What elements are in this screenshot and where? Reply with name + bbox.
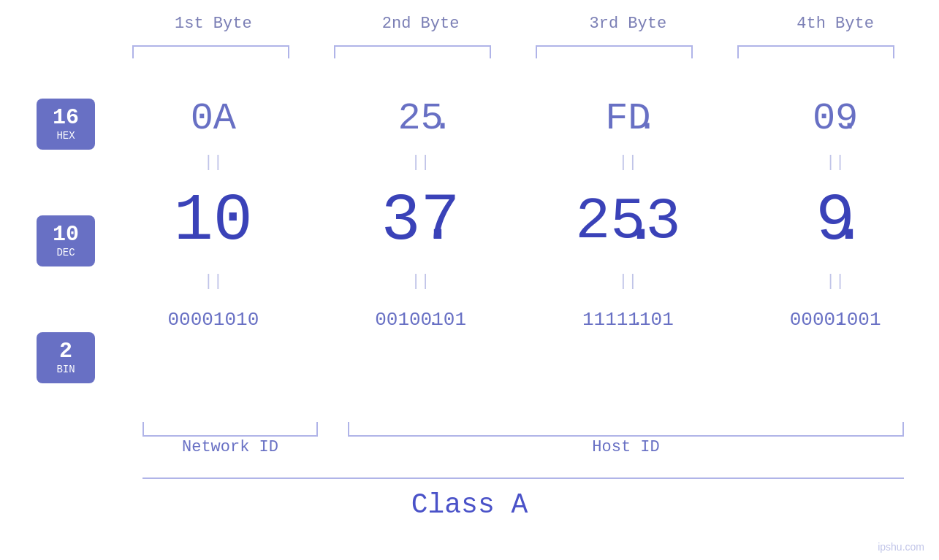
hex-badge: 16 HEX — [37, 99, 95, 150]
bin-dot-1: . — [427, 309, 439, 331]
top-brackets — [110, 45, 917, 58]
eq2-1: || — [113, 272, 313, 291]
hex-dot-3: . — [838, 97, 861, 140]
header-col3: 3rd Byte — [528, 15, 729, 33]
eq1-1: || — [113, 153, 313, 172]
network-id-label: Network ID — [142, 438, 318, 456]
header-col2: 2nd Byte — [320, 15, 521, 33]
eq2-2: || — [320, 272, 521, 291]
watermark: ipshu.com — [878, 541, 924, 553]
header-col4: 4th Byte — [735, 15, 936, 33]
bin-badge-number: 2 — [59, 340, 72, 362]
host-id-label: Host ID — [348, 438, 904, 456]
hex-dot-2: . — [636, 97, 658, 140]
bin-badge: 2 BIN — [37, 332, 95, 383]
dec-row: 10 . 37 . 253 . 9 — [110, 174, 939, 269]
hex-dot-1: . — [431, 97, 454, 140]
eq1-3: || — [528, 153, 729, 172]
class-bracket — [142, 477, 904, 479]
column-headers: 1st Byte 2nd Byte 3rd Byte 4th Byte — [110, 15, 939, 33]
dec-badge-label: DEC — [56, 247, 75, 258]
dec-dot-2: . — [621, 184, 661, 258]
bracket-top-1 — [132, 45, 289, 58]
bracket-bottom-network — [142, 422, 318, 437]
header-col1: 1st Byte — [113, 15, 313, 33]
eq1-2: || — [320, 153, 521, 172]
class-label: Class A — [0, 489, 939, 521]
equals-row-1: || || || || — [110, 150, 939, 175]
dec-dot-1: . — [418, 184, 457, 258]
dec-val-1: 10 — [174, 184, 253, 258]
bin-val-2: 00100101 — [375, 309, 466, 331]
bracket-bottom-host — [348, 422, 904, 437]
eq2-4: || — [735, 272, 936, 291]
hex-badge-label: HEX — [56, 130, 75, 142]
dec-badge-number: 10 — [53, 223, 79, 245]
equals-row-2: || || || || — [110, 269, 939, 294]
bin-badge-label: BIN — [56, 364, 75, 375]
bin-dot-3: . — [835, 309, 846, 331]
hex-row: 0A . 25 . FD . 09 — [110, 88, 939, 150]
page: 1st Byte 2nd Byte 3rd Byte 4th Byte 16 H… — [0, 0, 939, 560]
bracket-top-3 — [536, 45, 693, 58]
bracket-top-2 — [334, 45, 491, 58]
dec-badge: 10 DEC — [37, 215, 95, 266]
bin-row: 00001010 . 00100101 . 11111101 . 0000100… — [110, 292, 939, 347]
bin-dot-2: . — [632, 309, 644, 331]
hex-val-1: 0A — [191, 97, 236, 140]
eq2-3: || — [528, 272, 729, 291]
hex-badge-number: 16 — [53, 107, 79, 129]
bracket-top-4 — [737, 45, 894, 58]
eq1-4: || — [735, 153, 936, 172]
bin-val-3: 11111101 — [582, 309, 674, 331]
dec-dot-3: . — [829, 184, 869, 258]
bin-val-1: 00001010 — [167, 309, 259, 331]
